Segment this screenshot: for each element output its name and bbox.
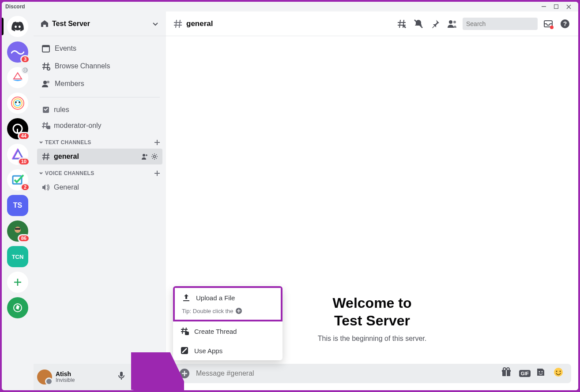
svg-rect-0 (542, 6, 546, 7)
category-label: TEXT CHANNELS (45, 139, 91, 146)
sidebar-item-label: Events (55, 45, 76, 52)
upload-tip: Tip: Double click the (175, 307, 281, 320)
window-maximize-button[interactable] (550, 2, 562, 11)
headphones-icon[interactable] (133, 371, 146, 383)
highlight-box: Upload a File Tip: Double click the (173, 286, 282, 321)
text-channels-header[interactable]: TEXT CHANNELS (37, 134, 162, 149)
avatar[interactable] (37, 370, 52, 385)
member-list-icon[interactable] (446, 18, 458, 30)
hash-icon (41, 152, 50, 161)
gif-button[interactable]: GIF (519, 370, 531, 377)
user-panel: Atish Invisible (34, 364, 166, 390)
svg-rect-12 (15, 228, 20, 230)
server-header[interactable]: Test Server (34, 11, 166, 36)
svg-rect-23 (120, 372, 123, 377)
explore-button[interactable] (7, 297, 28, 318)
chevron-down-icon (152, 20, 159, 27)
svg-rect-15 (42, 45, 49, 47)
svg-point-47 (560, 371, 561, 372)
guild-check[interactable]: 2 (7, 169, 28, 190)
speaker-icon (41, 183, 50, 192)
sidebar-item-browse-channels[interactable]: Browse Channels (37, 57, 162, 75)
chat-area: general ? Welcome toTest Server This is … (166, 11, 578, 390)
notifications-icon[interactable] (412, 18, 425, 30)
guild-p-black[interactable]: 44 (7, 118, 28, 139)
inbox-icon[interactable] (542, 18, 554, 30)
svg-rect-1 (554, 5, 558, 9)
svg-point-17 (43, 81, 47, 84)
thread-icon (180, 327, 189, 336)
pinned-icon[interactable] (429, 18, 441, 30)
svg-point-2 (10, 95, 26, 111)
invite-icon[interactable] (141, 153, 148, 160)
svg-rect-33 (183, 300, 189, 301)
window-minimize-button[interactable] (538, 2, 550, 11)
channel-rules[interactable]: rules (37, 102, 162, 118)
gear-icon[interactable] (151, 153, 158, 160)
home-button[interactable] (7, 16, 28, 37)
guild-avatar-green[interactable]: 86 (7, 220, 28, 242)
settings-gear-icon[interactable] (150, 371, 162, 383)
username: Atish (56, 371, 75, 377)
upload-icon (182, 293, 191, 302)
guild-tcn[interactable]: TCN (7, 246, 28, 267)
message-composer: Upload a File Tip: Double click the Crea… (173, 364, 571, 383)
badge: 2 (20, 183, 30, 191)
rules-icon (41, 105, 50, 114)
sidebar-item-members[interactable]: Members (37, 75, 162, 93)
add-channel-icon[interactable] (154, 139, 161, 146)
badge: 3 (20, 55, 30, 63)
emoji-icon[interactable] (554, 367, 566, 380)
svg-rect-35 (185, 332, 188, 335)
guild-ts[interactable]: TS (7, 195, 28, 216)
svg-point-41 (503, 368, 506, 370)
create-thread-item[interactable]: Create Thread (173, 321, 282, 341)
message-input[interactable] (196, 370, 496, 377)
app-name: Discord (5, 4, 25, 10)
channel-label: general (54, 153, 79, 161)
guild-list: 3 44 10 2 TS (2, 11, 34, 390)
guild-triangle[interactable]: 10 (7, 144, 28, 165)
threads-icon[interactable] (395, 18, 408, 30)
svg-point-44 (542, 371, 543, 373)
mic-icon[interactable] (117, 371, 129, 383)
badge: 10 (18, 157, 30, 166)
hash-icon (173, 19, 183, 29)
channel-sidebar: Test Server Events Browse Channels Membe… (34, 11, 166, 390)
upload-file-item[interactable]: Upload a File (175, 288, 281, 307)
guild-rainbow-face[interactable] (7, 93, 28, 114)
divider (40, 97, 160, 97)
window-close-button[interactable] (562, 2, 575, 11)
add-server-button[interactable] (7, 272, 28, 293)
add-channel-icon[interactable] (154, 170, 161, 177)
channel-general-voice[interactable]: General (37, 179, 162, 195)
apps-icon (180, 346, 189, 355)
gift-icon[interactable] (501, 367, 514, 380)
guild-sailboat[interactable] (7, 67, 28, 88)
speaker-icon (21, 66, 29, 74)
user-info[interactable]: Atish Invisible (56, 371, 75, 384)
chevron-down-icon (39, 171, 43, 175)
voice-channels-header[interactable]: VOICE CHANNELS (37, 164, 162, 179)
search-input[interactable] (466, 20, 543, 27)
sidebar-item-events[interactable]: Events (37, 40, 162, 57)
channel-label: rules (54, 106, 69, 114)
svg-rect-25 (140, 377, 142, 380)
use-apps-item[interactable]: Use Apps (173, 341, 282, 360)
search-box[interactable] (463, 18, 538, 30)
svg-text:?: ? (563, 20, 567, 27)
channel-moderator-only[interactable]: moderator-only (37, 118, 162, 134)
sticker-icon[interactable] (536, 367, 548, 380)
home-icon (41, 20, 49, 28)
help-icon[interactable]: ? (559, 18, 571, 30)
sidebar-item-label: Browse Channels (55, 62, 110, 70)
compass-icon (13, 303, 23, 313)
guild-purple-wave[interactable]: 3 (7, 41, 28, 63)
channel-general[interactable]: general (37, 149, 162, 164)
svg-point-16 (47, 67, 50, 70)
svg-point-7 (19, 101, 20, 103)
badge: 44 (18, 132, 30, 140)
welcome-message: Welcome toTest Server This is the beginn… (318, 294, 426, 343)
add-attachment-button[interactable] (178, 367, 191, 380)
titlebar: Discord (2, 2, 578, 11)
